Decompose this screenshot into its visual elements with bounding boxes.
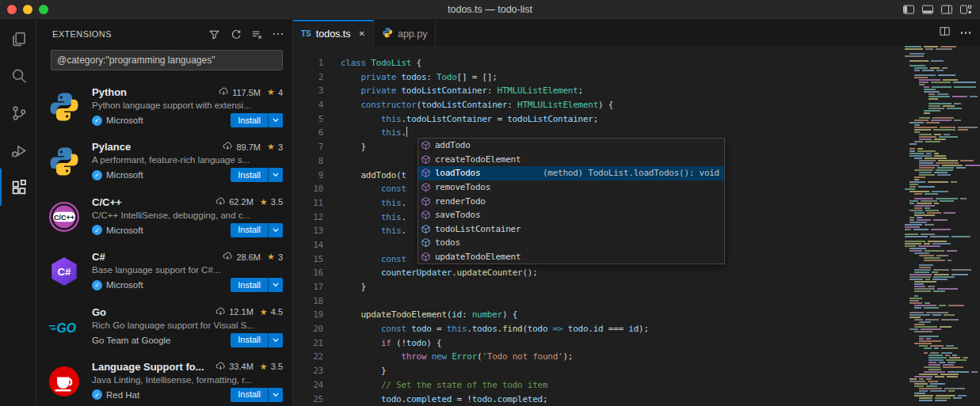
line-number: 18	[293, 294, 323, 309]
text-cursor	[406, 127, 408, 137]
star-icon: ★	[267, 252, 275, 262]
run-debug-icon	[10, 142, 28, 159]
suggest-item-removeTodos[interactable]: removeTodos	[418, 180, 724, 195]
line-number: 22	[293, 350, 323, 364]
clear-search-results-icon[interactable]	[250, 28, 263, 40]
extension-stats: 28.6M ★ 3	[218, 252, 283, 262]
extension-row[interactable]: GO Go 12.1M ★ 4.5 Rich Go language suppo…	[36, 302, 292, 356]
extension-icon: C/C++	[48, 200, 81, 233]
activity-item-explorer[interactable]	[0, 20, 36, 57]
close-tab-icon[interactable]: ✕	[359, 29, 365, 38]
install-button-label[interactable]: Install	[231, 113, 268, 127]
download-count-icon	[219, 87, 229, 97]
install-dropdown-icon[interactable]	[268, 388, 283, 402]
line-number: 10	[293, 182, 323, 196]
minimize-window-button[interactable]	[23, 5, 32, 14]
line-number: 8	[293, 154, 323, 169]
code-line: 19 updateTodoElement(id: number) {	[293, 308, 980, 322]
tab-todos-ts[interactable]: TS todos.ts ✕	[293, 20, 374, 46]
toggle-secondary-sidebar-icon[interactable]	[940, 3, 953, 17]
rating-value: 3.5	[271, 362, 283, 371]
star-icon: ★	[260, 362, 268, 372]
extension-row[interactable]: C/C++ C/C++ 62.2M ★ 3.5 C/C++ IntelliSen…	[36, 192, 292, 246]
symbol-field-icon	[421, 237, 435, 248]
extension-name: Pylance	[92, 141, 131, 153]
symbol-field-icon	[421, 224, 435, 234]
sidebar-title: EXTENSIONS	[52, 29, 112, 39]
code-line: 5 this.todoListContainer = todoListConta…	[293, 112, 980, 127]
install-button-label[interactable]: Install	[231, 223, 268, 237]
suggest-item-renderTodo[interactable]: renderTodo	[418, 194, 724, 208]
more-actions-icon[interactable]	[272, 28, 284, 40]
extensions-search-input[interactable]	[51, 50, 283, 70]
suggest-item-addTodo[interactable]: addTodo	[418, 138, 724, 153]
extension-name: Go	[92, 306, 106, 318]
suggest-label: loadTodos	[435, 168, 480, 178]
download-count: 28.6M	[236, 252, 261, 262]
suggest-item-todos[interactable]: todos	[418, 236, 724, 250]
install-dropdown-icon[interactable]	[268, 333, 283, 347]
minimap[interactable]	[902, 46, 980, 406]
extension-row[interactable]: Language Support fo... 33.4M ★ 3.5 Java …	[36, 356, 292, 406]
symbol-method-icon	[421, 196, 435, 207]
install-button-label[interactable]: Install	[231, 278, 268, 292]
suggest-item-updateTodoElement[interactable]: updateTodoElement	[418, 250, 724, 264]
install-button[interactable]: Install	[231, 333, 283, 347]
python-file-icon	[382, 27, 393, 40]
install-button-label[interactable]: Install	[231, 388, 268, 402]
tab-app-py[interactable]: app.py	[374, 20, 437, 46]
toggle-panel-icon[interactable]	[921, 3, 934, 17]
suggest-label: removeTodos	[435, 182, 490, 192]
zoom-window-button[interactable]	[39, 5, 48, 14]
install-dropdown-icon[interactable]	[268, 168, 283, 182]
refresh-icon[interactable]	[229, 28, 242, 40]
suggest-label: todoListContainer	[435, 224, 521, 234]
suggest-item-createTodoElement[interactable]: createTodoElement	[418, 153, 724, 167]
extension-row[interactable]: Python 117.5M ★ 4 Python language suppor…	[36, 82, 292, 136]
install-dropdown-icon[interactable]	[268, 113, 283, 127]
install-dropdown-icon[interactable]	[268, 278, 283, 292]
download-count-icon	[215, 307, 226, 317]
install-button[interactable]: Install	[231, 278, 283, 292]
star-icon: ★	[267, 142, 275, 152]
symbol-method-icon	[421, 210, 435, 220]
install-button[interactable]: Install	[231, 223, 283, 237]
activity-item-extensions[interactable]	[0, 169, 36, 206]
window-title: todos.ts — todo-list	[0, 4, 980, 15]
verified-publisher-icon: ✓	[92, 170, 102, 180]
code-line: 18	[293, 294, 980, 309]
layout-controls	[902, 3, 980, 17]
extension-row[interactable]: Pylance 89.7M ★ 3 A performant, feature-…	[36, 136, 292, 191]
install-dropdown-icon[interactable]	[268, 223, 283, 237]
customize-layout-icon[interactable]	[959, 3, 972, 17]
rating-value: 3	[278, 252, 283, 262]
code-line: 17 }	[293, 280, 980, 294]
extension-row[interactable]: C# C# 28.6M ★ 3 Base language support fo…	[36, 246, 292, 301]
activity-item-search[interactable]	[0, 57, 36, 94]
toggle-primary-sidebar-icon[interactable]	[902, 3, 915, 17]
close-window-button[interactable]	[7, 5, 17, 14]
activity-item-source-control[interactable]	[0, 94, 36, 131]
suggest-item-saveTodos[interactable]: saveTodos	[418, 208, 724, 222]
split-editor-icon[interactable]	[939, 25, 951, 40]
rating-value: 4.5	[271, 307, 283, 317]
suggest-item-todoListContainer[interactable]: todoListContainer	[418, 222, 724, 237]
install-button-label[interactable]: Install	[231, 333, 268, 347]
verified-publisher-icon: ✓	[92, 225, 102, 235]
window-controls	[7, 5, 48, 14]
install-button[interactable]: Install	[231, 168, 283, 182]
line-number: 17	[293, 280, 323, 294]
install-button-label[interactable]: Install	[231, 168, 268, 182]
activity-item-run-and-debug[interactable]	[0, 131, 36, 169]
code-line: 22 throw new Error('Todo not found');	[293, 350, 980, 364]
editor-group: TS todos.ts ✕ app.py	[293, 20, 980, 406]
activity-bar	[0, 20, 36, 406]
filter-icon[interactable]	[208, 28, 220, 40]
svg-text:GO: GO	[56, 321, 76, 334]
editor-more-actions-icon[interactable]	[961, 32, 971, 34]
code-editor[interactable]: 1class TodoList {2 private todos: Todo[]…	[293, 46, 980, 406]
suggest-item-loadTodos[interactable]: loadTodos(method) TodoList.loadTodos(): …	[418, 166, 724, 180]
install-button[interactable]: Install	[231, 113, 283, 127]
extension-stats: 89.7M ★ 3	[218, 142, 283, 152]
install-button[interactable]: Install	[231, 388, 283, 402]
